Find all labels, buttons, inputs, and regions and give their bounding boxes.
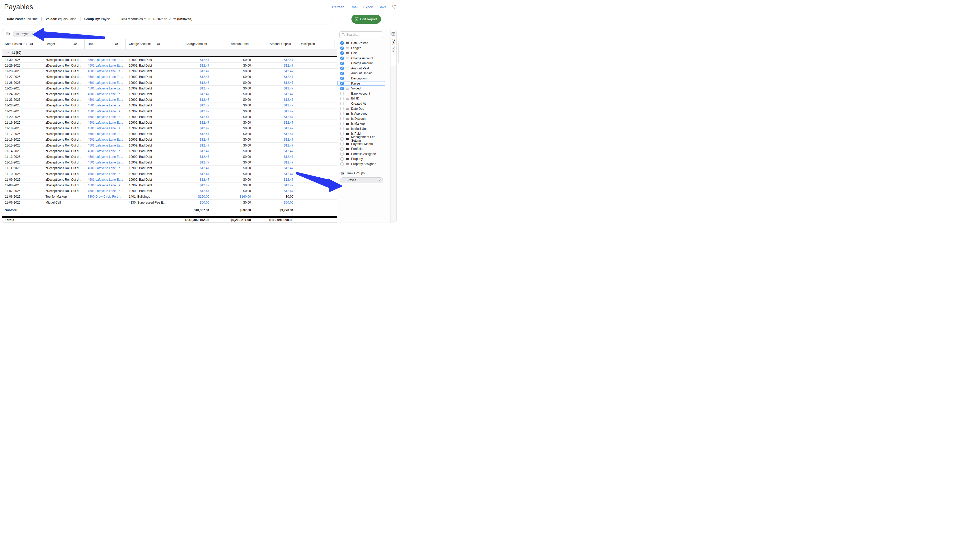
cell-charge-amount[interactable]: $12.47 xyxy=(168,155,211,159)
cell-unit[interactable]: 4501 Lafayette Lane Ea... xyxy=(84,132,126,136)
drag-handle-icon[interactable] xyxy=(342,179,345,181)
drag-handle-icon[interactable] xyxy=(346,138,349,140)
drag-handle-icon[interactable] xyxy=(346,108,349,110)
cell-amount-unpaid[interactable]: $12.47 xyxy=(253,98,295,102)
column-header-description[interactable]: Description ⋮ xyxy=(295,39,334,49)
cell-unit[interactable]: 4501 Lafayette Lane Ea... xyxy=(84,115,126,119)
cell-unit[interactable]: 4501 Lafayette Lane Ea... xyxy=(84,69,126,73)
cell-charge-amount[interactable]: $12.47 xyxy=(168,64,211,67)
cell-amount-unpaid[interactable]: $12.47 xyxy=(253,178,295,181)
cell-unit[interactable]: 4501 Lafayette Lane Ea... xyxy=(84,149,126,153)
checkbox[interactable] xyxy=(340,157,344,160)
drag-handle-icon[interactable] xyxy=(346,153,349,155)
cell-charge-amount[interactable]: $12.47 xyxy=(168,98,211,102)
cell-charge-amount[interactable]: $12.47 xyxy=(168,127,211,130)
drag-handle-icon[interactable] xyxy=(346,158,349,160)
cell-charge-amount[interactable]: $12.47 xyxy=(168,69,211,73)
drag-handle-icon[interactable] xyxy=(346,57,349,59)
cell-amount-unpaid[interactable]: $12.47 xyxy=(253,64,295,67)
cell-amount-unpaid[interactable]: $12.47 xyxy=(253,110,295,113)
drag-handle-icon[interactable] xyxy=(346,118,349,119)
cell-charge-amount[interactable]: $12.47 xyxy=(168,121,211,124)
checkbox[interactable] xyxy=(340,57,344,60)
cell-charge-amount[interactable]: $12.47 xyxy=(168,110,211,113)
cell-charge-amount[interactable]: $12.47 xyxy=(168,75,211,79)
cell-charge-amount[interactable]: $12.47 xyxy=(168,58,211,62)
filter-voided[interactable]: Voided: equals False xyxy=(46,17,76,21)
drag-handle-icon[interactable] xyxy=(346,148,349,150)
checkbox[interactable] xyxy=(340,142,344,146)
cell-charge-amount[interactable]: $12.47 xyxy=(168,144,211,147)
drag-handle-icon[interactable] xyxy=(346,113,349,114)
cell-amount-unpaid[interactable]: $12.47 xyxy=(253,87,295,90)
cell-unit[interactable]: 4501 Lafayette Lane Ea... xyxy=(84,58,126,62)
sidebar-search[interactable] xyxy=(339,31,383,38)
cell-unit[interactable]: 4501 Lafayette Lane Ea... xyxy=(84,144,126,147)
cell-amount-unpaid[interactable]: $12.47 xyxy=(253,58,295,62)
drag-handle-icon[interactable] xyxy=(346,83,349,84)
cell-unit[interactable]: 4501 Lafayette Lane Ea... xyxy=(84,75,126,79)
cell-unit[interactable]: 7800 Drew Circle Fort ... xyxy=(84,195,126,199)
drag-handle-icon[interactable] xyxy=(346,87,349,89)
sidebar-field-item[interactable]: Is Markup xyxy=(337,121,385,127)
sidebar-field-item[interactable]: Payment Memo xyxy=(337,141,385,146)
drag-handle-icon[interactable] xyxy=(16,33,19,35)
favorite-heart-icon[interactable]: ♡ xyxy=(392,5,396,10)
drag-handle-icon[interactable] xyxy=(346,67,349,69)
cell-amount-unpaid[interactable]: $12.47 xyxy=(253,81,295,84)
cell-charge-amount[interactable]: $12.47 xyxy=(168,160,211,164)
cell-amount-unpaid[interactable]: $50.00 xyxy=(253,201,295,204)
close-icon[interactable]: ✕ xyxy=(379,179,381,182)
page-scrollbar-thumb[interactable] xyxy=(398,43,399,63)
checkbox[interactable] xyxy=(340,76,344,80)
cell-charge-amount[interactable]: $12.47 xyxy=(168,87,211,90)
edit-report-button[interactable]: Edit Report xyxy=(352,15,381,24)
column-menu-icon[interactable]: ⋮ xyxy=(78,43,83,46)
checkbox[interactable] xyxy=(340,62,344,65)
sidebar-field-item[interactable]: Is Discount xyxy=(337,116,385,121)
cell-amount-unpaid[interactable]: $12.47 xyxy=(253,75,295,79)
drag-handle-icon[interactable] xyxy=(346,143,349,145)
cell-charge-amount[interactable]: $12.47 xyxy=(168,184,211,187)
checkbox[interactable] xyxy=(340,102,344,105)
checkbox[interactable] xyxy=(340,67,344,70)
sidebar-field-item[interactable]: Date Posted xyxy=(337,41,385,46)
checkbox[interactable] xyxy=(340,122,344,125)
cell-charge-amount[interactable]: $12.47 xyxy=(168,149,211,153)
drag-handle-icon[interactable] xyxy=(346,62,349,64)
drag-handle-icon[interactable] xyxy=(346,98,349,100)
cell-unit[interactable]: 4501 Lafayette Lane Ea... xyxy=(84,138,126,141)
checkbox[interactable] xyxy=(340,147,344,151)
cell-charge-amount[interactable]: $12.47 xyxy=(168,178,211,181)
cell-amount-unpaid[interactable]: $12.47 xyxy=(253,115,295,119)
filter-group-by[interactable]: Group By: Payee xyxy=(84,17,110,21)
cell-amount-unpaid[interactable]: $12.47 xyxy=(253,172,295,176)
row-group-chip-payee[interactable]: Payee ✕ xyxy=(13,31,36,37)
cell-charge-amount[interactable]: $12.47 xyxy=(168,92,211,96)
checkbox[interactable] xyxy=(340,137,344,141)
sidebar-field-item[interactable]: Is Approved xyxy=(337,111,385,116)
cell-charge-amount[interactable]: $12.47 xyxy=(168,103,211,107)
column-menu-icon[interactable]: ⋮ xyxy=(35,43,39,46)
checkbox[interactable] xyxy=(340,107,344,110)
cell-unit[interactable]: 4501 Lafayette Lane Ea... xyxy=(84,166,126,170)
tab-columns[interactable]: Columns xyxy=(390,29,396,66)
cell-charge-amount[interactable]: $12.47 xyxy=(168,81,211,84)
cell-unit[interactable]: 4501 Lafayette Lane Ea... xyxy=(84,64,126,67)
drag-handle-icon[interactable] xyxy=(346,77,349,79)
cell-amount-unpaid[interactable]: $12.47 xyxy=(253,69,295,73)
drag-handle-icon[interactable] xyxy=(346,73,349,74)
cell-charge-amount[interactable]: $12.47 xyxy=(168,132,211,136)
cell-unit[interactable]: 4501 Lafayette Lane Ea... xyxy=(84,110,126,113)
cell-amount-unpaid[interactable]: $12.47 xyxy=(253,138,295,141)
sidebar-field-item[interactable]: Description xyxy=(337,76,385,81)
checkbox[interactable] xyxy=(340,41,344,45)
sidebar-field-item[interactable]: Voided xyxy=(337,86,385,91)
column-menu-icon[interactable]: ⋮ xyxy=(162,43,166,46)
drag-handle-icon[interactable] xyxy=(346,47,349,49)
column-header-charge-amount[interactable]: ⋮ Charge Amount xyxy=(168,39,211,49)
checkbox[interactable] xyxy=(340,127,344,130)
cell-unit[interactable]: 4501 Lafayette Lane Ea... xyxy=(84,155,126,159)
sidebar-field-item[interactable]: Bill ID xyxy=(337,96,385,101)
checkbox[interactable] xyxy=(340,72,344,75)
